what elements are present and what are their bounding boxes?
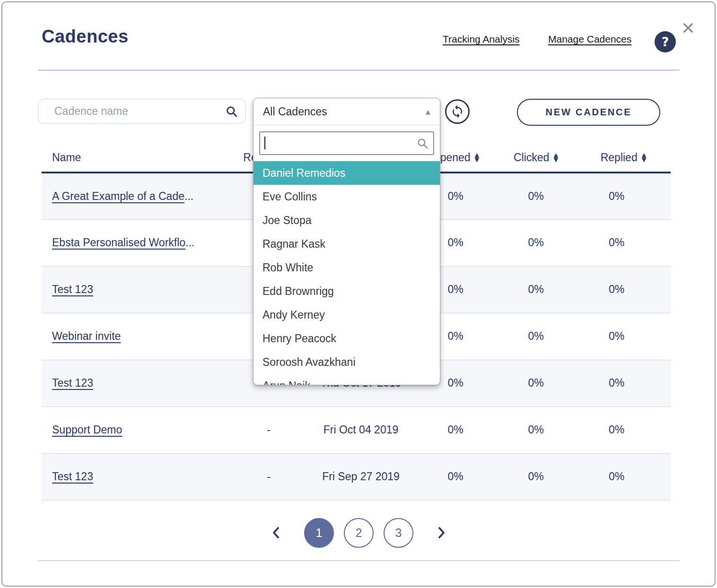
question-mark-icon: ? <box>662 35 669 48</box>
pagination-page-1[interactable]: 1 <box>304 518 334 548</box>
clicked-cell: 0% <box>496 219 576 266</box>
sort-icon: ▲▼ <box>553 153 558 162</box>
replied-cell: 0% <box>576 313 671 360</box>
column-header-clicked[interactable]: Clicked▲▼ <box>496 147 576 173</box>
recipients-cell: - <box>231 453 306 500</box>
cadence-search-box[interactable] <box>38 99 246 124</box>
replied-cell: 0% <box>576 173 671 219</box>
dropdown-option[interactable]: Soroosh Avazkhani <box>254 350 440 374</box>
date-cell: Fri Oct 04 2019 <box>306 406 415 453</box>
search-icon <box>417 138 428 149</box>
cadence-name-link[interactable]: Test 123 <box>52 283 93 295</box>
table-row: Support Demo - Fri Oct 04 2019 0% 0% 0% <box>42 406 671 453</box>
replied-cell: 0% <box>576 406 671 453</box>
cadence-filter-toggle[interactable]: All Cadences ▲ <box>254 98 440 125</box>
search-icon <box>226 105 238 118</box>
refresh-button[interactable] <box>445 99 470 124</box>
help-button[interactable]: ? <box>655 31 676 52</box>
dropdown-option[interactable]: Daniel Remedios <box>254 161 440 185</box>
close-icon <box>682 21 695 35</box>
cadence-name-link[interactable]: Support Demo <box>52 424 122 436</box>
pagination: 1 2 3 <box>38 518 680 548</box>
replied-cell: 0% <box>576 266 671 313</box>
new-cadence-button[interactable]: NEW CADENCE <box>517 99 660 126</box>
replied-cell: 0% <box>576 453 671 500</box>
caret-up-icon: ▲ <box>426 108 430 115</box>
dropdown-option[interactable]: Henry Peacock <box>254 327 440 350</box>
clicked-cell: 0% <box>496 313 576 360</box>
cadence-search-input[interactable] <box>53 104 226 118</box>
table-row: Test 123 - Fri Sep 27 2019 0% 0% 0% <box>42 453 671 500</box>
date-cell: Fri Sep 27 2019 <box>306 453 415 500</box>
dropdown-option[interactable]: Joe Stopa <box>254 208 440 232</box>
replied-cell: 0% <box>576 219 671 266</box>
column-header-replied[interactable]: Replied▲▼ <box>576 147 671 173</box>
dropdown-option[interactable]: Rob White <box>254 256 440 279</box>
sort-icon: ▲▼ <box>475 153 480 162</box>
pagination-prev-button[interactable] <box>271 526 282 540</box>
cadence-filter-options: Daniel Remedios Eve Collins Joe Stopa Ra… <box>254 161 440 385</box>
cadence-filter-dropdown: All Cadences ▲ Daniel Remedios Eve Colli… <box>253 98 440 385</box>
clicked-cell: 0% <box>496 173 576 219</box>
cadence-filter-search-box[interactable] <box>259 131 434 155</box>
refresh-icon <box>450 104 464 119</box>
cadence-name-link[interactable]: Test 123 <box>52 470 93 483</box>
cadence-name-link[interactable]: A Great Example of a Cade... <box>52 190 193 202</box>
cadence-name-link[interactable]: Test 123 <box>52 377 93 389</box>
dropdown-option[interactable]: Ragnar Kask <box>254 232 440 256</box>
dropdown-option[interactable]: Andy Kerney <box>254 303 440 327</box>
header-divider <box>38 69 680 71</box>
clicked-cell: 0% <box>496 360 576 406</box>
opened-cell: 0% <box>415 453 496 500</box>
page-title: Cadences <box>42 26 129 47</box>
cadence-name-link[interactable]: Ebsta Personalised Workflo... <box>52 236 194 249</box>
pagination-next-button[interactable] <box>436 526 447 540</box>
recipients-cell: - <box>231 406 306 453</box>
clicked-cell: 0% <box>496 406 576 453</box>
replied-cell: 0% <box>576 360 671 406</box>
clicked-cell: 0% <box>496 453 576 500</box>
dropdown-option[interactable]: Eve Collins <box>254 185 440 208</box>
footer-divider <box>38 560 680 561</box>
cadence-name-link[interactable]: Webinar invite <box>52 330 121 342</box>
opened-cell: 0% <box>415 406 496 453</box>
dropdown-option[interactable]: Edd Brownrigg <box>254 279 440 303</box>
close-button[interactable] <box>681 21 696 36</box>
pagination-page-2[interactable]: 2 <box>344 518 374 548</box>
manage-cadences-link[interactable]: Manage Cadences <box>548 34 631 45</box>
chevron-left-icon <box>271 526 282 540</box>
clicked-cell: 0% <box>496 266 576 313</box>
sort-icon: ▲▼ <box>642 153 647 162</box>
column-header-name: Name <box>42 147 231 173</box>
chevron-right-icon <box>436 526 447 540</box>
dropdown-option[interactable]: Arun Naik <box>254 374 440 385</box>
cadence-filter-selected-value: All Cadences <box>263 105 327 118</box>
cadence-filter-search-input[interactable] <box>265 137 417 150</box>
pagination-page-3[interactable]: 3 <box>384 518 413 548</box>
tracking-analysis-link[interactable]: Tracking Analysis <box>443 34 520 45</box>
text-cursor <box>264 137 265 149</box>
